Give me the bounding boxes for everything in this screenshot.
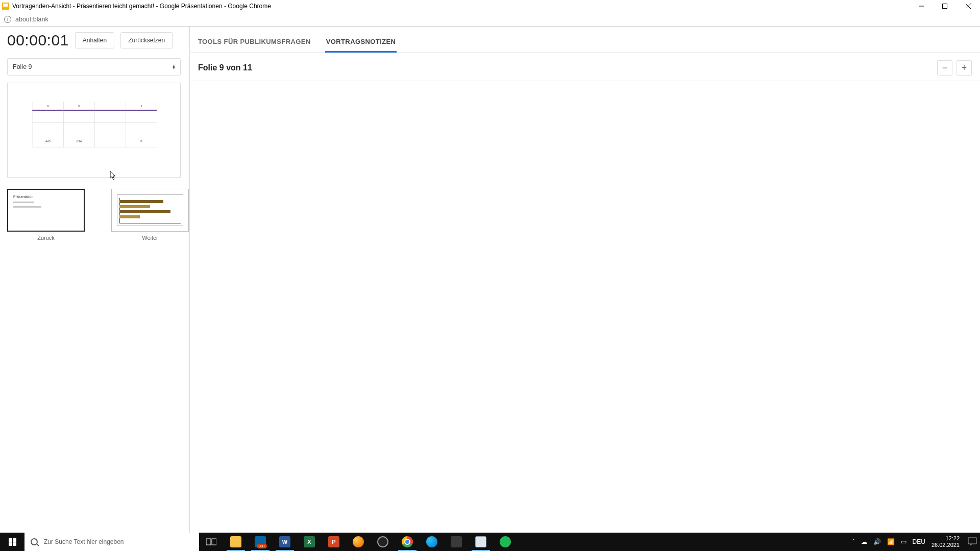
site-info-icon[interactable]: i <box>4 16 11 23</box>
mail-icon: 99+ <box>255 536 266 547</box>
svg-rect-4 <box>206 539 211 545</box>
tray-date: 26.02.2021 <box>932 542 960 548</box>
notes-zoom-in-button[interactable]: + <box>957 60 972 76</box>
task-view-button[interactable] <box>199 533 224 551</box>
speaker-notes-area[interactable] <box>190 81 980 533</box>
svg-rect-1 <box>943 4 947 8</box>
task-view-icon <box>206 538 216 546</box>
taskbar-app-firefox[interactable] <box>346 533 371 551</box>
taskbar-app-word[interactable]: W <box>273 533 297 551</box>
system-tray: ˄ ☁ 🔊 📶 ▭ DEU 12:22 26.02.2021 <box>852 533 980 551</box>
excel-icon: X <box>304 536 315 547</box>
tray-battery-icon[interactable]: ▭ <box>901 538 906 545</box>
slide-selector-dropdown[interactable]: Folie 9 ▴▾ <box>7 58 181 76</box>
window-maximize-button[interactable] <box>933 0 957 12</box>
tray-chevron-up-icon[interactable]: ˄ <box>852 538 855 545</box>
window-title: Vortragenden-Ansicht - Präsentieren leic… <box>12 3 271 10</box>
taskbar-app-edge[interactable] <box>420 533 444 551</box>
notes-zoom-out-button[interactable]: − <box>937 60 952 76</box>
next-label: Weiter <box>142 235 158 241</box>
app-icon <box>451 536 462 547</box>
spotify-icon <box>500 536 511 547</box>
windows-logo-icon <box>9 538 16 546</box>
browser-address-bar[interactable]: i about:blank <box>0 12 980 27</box>
chevron-updown-icon: ▴▾ <box>173 64 175 69</box>
svg-rect-5 <box>212 539 216 545</box>
taskbar-app-generic1[interactable] <box>444 533 469 551</box>
current-slide-thumbnail[interactable]: abc 4456348 <box>7 83 181 178</box>
taskbar-app-spotify[interactable] <box>493 533 518 551</box>
tray-network-icon[interactable]: 📶 <box>887 538 895 545</box>
tray-clock[interactable]: 12:22 26.02.2021 <box>932 535 962 548</box>
next-slide-thumbnail[interactable]: Weiter <box>111 189 189 241</box>
url-text: about:blank <box>15 16 48 23</box>
taskbar-app-notepad[interactable] <box>469 533 493 551</box>
slide-selector-label: Folie 9 <box>13 63 32 70</box>
window-titlebar: Vortragenden-Ansicht - Präsentieren leic… <box>0 0 980 12</box>
file-explorer-icon <box>230 536 241 547</box>
tray-onedrive-icon[interactable]: ☁ <box>861 538 867 545</box>
tab-audience-tools[interactable]: TOOLS FÜR PUBLIKUMSFRAGEN <box>197 30 312 53</box>
presenter-tabs: TOOLS FÜR PUBLIKUMSFRAGEN VORTRAGSNOTIZE… <box>190 27 980 53</box>
notes-heading: Folie 9 von 11 <box>198 63 252 72</box>
pause-button[interactable]: Anhalten <box>75 32 114 48</box>
notepad-icon <box>475 536 486 547</box>
edge-icon <box>426 536 437 547</box>
tray-volume-icon[interactable]: 🔊 <box>873 538 881 545</box>
windows-taskbar: Zur Suche Text hier eingeben 99+ W X P ˄… <box>0 533 980 551</box>
chrome-icon <box>402 536 413 547</box>
taskbar-app-chrome[interactable] <box>395 533 420 551</box>
tray-language-indicator[interactable]: DEU <box>913 538 925 545</box>
taskbar-app-explorer[interactable] <box>224 533 248 551</box>
obs-icon <box>377 536 388 547</box>
reset-button[interactable]: Zurücksetzen <box>120 32 173 48</box>
action-center-icon[interactable] <box>968 537 977 547</box>
presenter-main: TOOLS FÜR PUBLIKUMSFRAGEN VORTRAGSNOTIZE… <box>190 27 980 533</box>
tab-speaker-notes[interactable]: VORTRAGSNOTIZEN <box>325 30 397 53</box>
firefox-icon <box>353 536 364 547</box>
window-minimize-button[interactable] <box>910 0 933 12</box>
taskbar-app-mail[interactable]: 99+ <box>248 533 273 551</box>
taskbar-app-excel[interactable]: X <box>297 533 322 551</box>
slide-content-table: abc 4456348 <box>32 102 157 151</box>
slides-favicon <box>2 3 9 10</box>
previous-label: Zurück <box>37 235 55 241</box>
search-icon <box>31 538 38 545</box>
presentation-timer: 00:00:01 <box>7 32 69 49</box>
word-icon: W <box>279 536 290 547</box>
powerpoint-icon: P <box>328 536 339 547</box>
taskbar-app-powerpoint[interactable]: P <box>322 533 346 551</box>
window-close-button[interactable] <box>957 0 980 12</box>
svg-rect-6 <box>968 538 976 544</box>
presenter-sidebar: 00:00:01 Anhalten Zurücksetzen Folie 9 ▴… <box>0 27 190 533</box>
taskbar-app-obs[interactable] <box>371 533 395 551</box>
tray-time: 12:22 <box>932 535 960 542</box>
taskbar-search-input[interactable]: Zur Suche Text hier eingeben <box>24 533 199 551</box>
start-button[interactable] <box>0 533 24 551</box>
search-placeholder: Zur Suche Text hier eingeben <box>44 538 124 545</box>
previous-slide-thumbnail[interactable]: Präsentation Zurück <box>7 189 85 241</box>
